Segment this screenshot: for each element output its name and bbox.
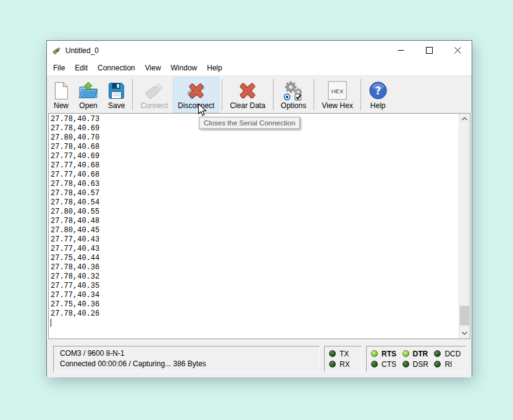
options-button[interactable]: Options bbox=[276, 77, 311, 113]
new-button-label: New bbox=[54, 101, 69, 111]
led-indicator-icon bbox=[371, 350, 378, 357]
maximize-icon bbox=[426, 45, 433, 56]
led-ri: RI bbox=[434, 359, 461, 369]
led-label: DCD bbox=[444, 350, 461, 358]
hex-view-icon: HEX bbox=[328, 80, 347, 101]
toolbar-separator bbox=[361, 79, 361, 111]
save-button[interactable]: Save bbox=[103, 77, 130, 113]
port-settings-text: COM3 / 9600 8-N-1 bbox=[60, 348, 313, 359]
led-dsr: DSR bbox=[402, 359, 429, 369]
led-tx: TX bbox=[329, 348, 357, 359]
save-floppy-icon bbox=[108, 80, 125, 101]
led-indicator-icon bbox=[434, 350, 441, 357]
led-cts: CTS bbox=[371, 359, 397, 369]
new-button[interactable]: New bbox=[49, 77, 73, 113]
toolbar-separator bbox=[273, 79, 273, 111]
hex-icon-text: HEX bbox=[332, 88, 344, 94]
clear-data-button[interactable]: Clear Data bbox=[225, 77, 270, 113]
txrx-led-panel: TXRX bbox=[324, 346, 362, 372]
led-indicator-icon bbox=[402, 361, 409, 368]
disconnect-button[interactable]: Disconnect bbox=[173, 77, 219, 113]
led-label: RX bbox=[340, 360, 350, 369]
connection-status-panel: COM3 / 9600 8-N-1 Connected 00:00:06 / C… bbox=[53, 346, 320, 372]
menu-file[interactable]: File bbox=[48, 62, 70, 74]
menu-view[interactable]: View bbox=[140, 62, 166, 74]
led-dcd: DCD bbox=[434, 348, 461, 359]
scroll-down-arrow[interactable] bbox=[459, 328, 470, 338]
txrx-led-grid: TXRX bbox=[325, 346, 361, 371]
led-label: DTR bbox=[413, 350, 428, 358]
toolbar-separator bbox=[132, 79, 133, 111]
toolbar: New Open bbox=[47, 75, 472, 113]
app-window: Untitled_0 File Edit Connection Vie bbox=[46, 40, 472, 377]
tooltip: Closes the Serial Connection bbox=[199, 117, 300, 129]
connect-button-label: Connect bbox=[140, 101, 168, 111]
new-document-icon bbox=[54, 80, 69, 101]
text-caret bbox=[51, 319, 51, 327]
help-icon-glyph: ? bbox=[375, 85, 381, 97]
options-gears-icon bbox=[283, 80, 304, 101]
minimize-icon bbox=[398, 45, 404, 56]
disconnect-button-label: Disconnect bbox=[178, 101, 214, 111]
led-indicator-icon bbox=[434, 361, 441, 368]
status-bar: COM3 / 9600 8-N-1 Connected 00:00:06 / C… bbox=[47, 339, 472, 377]
menu-help[interactable]: Help bbox=[202, 62, 227, 74]
led-label: TX bbox=[340, 350, 349, 358]
menu-edit[interactable]: Edit bbox=[70, 62, 93, 74]
led-dtr: DTR bbox=[402, 348, 429, 359]
led-indicator-icon bbox=[329, 361, 336, 368]
terminal-text: 27.78,40.73 27.78,40.69 27.80,40.70 27.7… bbox=[49, 114, 470, 319]
scrollbar-thumb[interactable] bbox=[460, 306, 469, 326]
window-title: Untitled_0 bbox=[65, 46, 99, 55]
menu-window[interactable]: Window bbox=[166, 62, 202, 74]
signal-led-grid: RTSCTSDTRDSRDCDRI bbox=[367, 346, 465, 371]
help-button[interactable]: ? Help bbox=[364, 77, 393, 113]
led-label: RTS bbox=[382, 350, 396, 358]
mouse-cursor-icon bbox=[198, 103, 208, 120]
scroll-up-arrow[interactable] bbox=[459, 114, 470, 124]
led-indicator-icon bbox=[371, 361, 378, 368]
open-button[interactable]: Open bbox=[73, 77, 103, 113]
save-button-label: Save bbox=[108, 101, 125, 111]
help-question-icon: ? bbox=[369, 80, 388, 101]
connection-info-text: Connected 00:00:06 / Capturing... 386 By… bbox=[60, 359, 313, 369]
close-button[interactable] bbox=[443, 41, 472, 61]
minimize-button[interactable] bbox=[386, 41, 415, 61]
led-label: DSR bbox=[413, 360, 428, 369]
options-button-label: Options bbox=[281, 101, 306, 111]
led-indicator-icon bbox=[402, 350, 409, 357]
clear-data-button-label: Clear Data bbox=[230, 101, 265, 111]
led-rts: RTS bbox=[371, 348, 397, 359]
toolbar-separator bbox=[222, 79, 222, 111]
led-rx: RX bbox=[329, 359, 357, 369]
menu-connection[interactable]: Connection bbox=[93, 62, 140, 74]
led-label: CTS bbox=[382, 360, 396, 369]
led-indicator-icon bbox=[329, 350, 336, 357]
toolbar-separator bbox=[314, 79, 314, 111]
window-controls bbox=[386, 41, 472, 61]
maximize-button[interactable] bbox=[415, 41, 443, 61]
disconnect-usb-icon bbox=[185, 80, 207, 101]
connect-button: Connect bbox=[135, 77, 173, 113]
view-hex-button-label: View Hex bbox=[322, 101, 352, 111]
clear-data-x-icon bbox=[238, 80, 257, 101]
connect-usb-icon bbox=[143, 80, 165, 101]
help-button-label: Help bbox=[370, 101, 386, 111]
vertical-scrollbar[interactable] bbox=[459, 114, 470, 338]
close-icon bbox=[454, 45, 461, 56]
open-button-label: Open bbox=[79, 101, 97, 111]
led-label: RI bbox=[444, 360, 452, 369]
open-folder-icon bbox=[78, 80, 98, 101]
app-icon bbox=[52, 46, 62, 56]
terminal-area[interactable]: 27.78,40.73 27.78,40.69 27.80,40.70 27.7… bbox=[48, 113, 470, 339]
menu-bar: File Edit Connection View Window Help bbox=[47, 61, 472, 75]
signal-led-panel: RTSCTSDTRDSRDCDRI bbox=[366, 346, 466, 372]
tooltip-text: Closes the Serial Connection bbox=[204, 119, 295, 127]
title-bar[interactable]: Untitled_0 bbox=[47, 41, 472, 61]
view-hex-button[interactable]: HEX View Hex bbox=[317, 77, 357, 113]
